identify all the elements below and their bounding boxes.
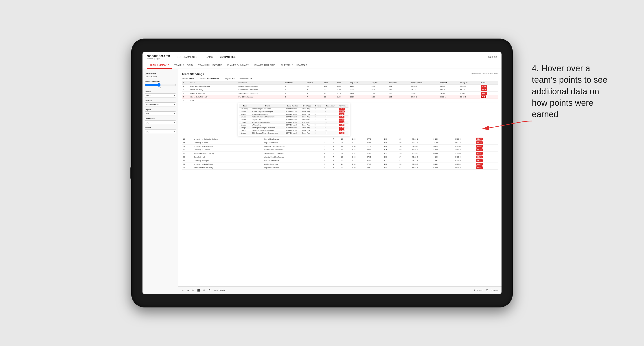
toolbar-copy[interactable]: ⊞ [203, 289, 205, 292]
tooltip-row: Florida I The Cypress Point Classic NCAA… [240, 121, 348, 124]
table-row[interactable]: 22 Mississippi State University Southeas… [182, 152, 498, 155]
tooltip-overlay-container: Team Event Event Division Event Type Rou… [182, 103, 498, 136]
cell-points[interactable]: 90.20 [480, 92, 498, 95]
sidebar: Committee Portal Review Minimum Rounds 5… [142, 69, 178, 294]
nav-committee[interactable]: COMMITTEE [220, 56, 236, 58]
points-badge[interactable]: 97.02 [481, 85, 487, 88]
cell-points[interactable]: 93.31 [480, 88, 498, 92]
tooltip-points-badge: 79.30 [339, 132, 345, 134]
table-row[interactable]: 21 University of Alabama Southeastern Co… [182, 148, 498, 152]
cell-points[interactable]: 79.5 [480, 95, 498, 99]
sidebar-section-region: Region N/A East West ▾ [145, 109, 176, 115]
nav-tournaments[interactable]: TOURNAMENTS [177, 56, 197, 58]
cell-adj-score: 272.0 [349, 84, 370, 88]
points-badge[interactable]: 88.49 [476, 145, 483, 148]
table-row[interactable]: 1 University of North Carolina Atlantic … [182, 84, 498, 88]
cell-vs25: 33-19-1 [439, 95, 459, 99]
cell-wins: 2.50 [336, 95, 349, 99]
points-badge[interactable]: 88.07 [476, 138, 483, 141]
sidebar-section-gender: Gender Men's Women's ▾ [145, 91, 176, 97]
points-badge[interactable]: 88.14 [476, 159, 483, 162]
cell-points[interactable]: 97.02 [480, 84, 498, 88]
watch-arrow: ▾ [482, 289, 483, 291]
school-select[interactable]: (All) [145, 129, 176, 133]
points-badge[interactable]: 88.94 [476, 166, 483, 169]
sidebar-title: Committee [145, 72, 176, 75]
conference-select[interactable]: (All) [145, 120, 176, 124]
nav-teams[interactable]: TEAMS [204, 56, 213, 58]
table-row[interactable]: 2 Auburn University Southeastern Confere… [182, 88, 498, 92]
table-row[interactable]: 19 University of Texas Big 12 Conference… [182, 141, 498, 145]
cell-rank: 5 [182, 99, 188, 102]
app-title: SCOREBOARD [147, 54, 170, 58]
toolbar-undo[interactable]: ↩ [182, 289, 184, 292]
subnav-player-summary[interactable]: PLAYER SUMMARY [224, 62, 252, 69]
cell-vs50: 55-4-0 [459, 88, 480, 92]
division-select[interactable]: NCAA Division I NCAA Division II NCAA Di… [145, 102, 176, 106]
cell-conf-rank: 2 [284, 92, 306, 95]
sub-nav: TEAM SUMMARY TEAM H2H GRID TEAM H2H HEAT… [142, 62, 502, 69]
toolbar-view-original[interactable]: View: Original [214, 289, 225, 291]
min-rounds-slider[interactable] [145, 83, 176, 86]
redo-icon: ↪ [187, 289, 189, 292]
table-row[interactable]: 5 Texas T... [182, 99, 498, 102]
toolbar-comment[interactable]: 💬 [486, 289, 488, 291]
col-rank: # [182, 81, 188, 84]
cell-rank: 2 [182, 88, 188, 92]
content-wrapper: Team Standings Update time: 13/03/2024 1… [178, 69, 502, 294]
cell-overall: 86-4-0 [410, 88, 439, 92]
table-row[interactable]: 18 University of California, Berkeley Pa… [182, 137, 498, 141]
subnav-player-h2h-heatmap[interactable]: PLAYER H2H HEATMAP [278, 62, 310, 69]
tooltip-points-badge: 56.44 [339, 124, 345, 126]
points-badge[interactable]: 88.70 [476, 141, 483, 144]
slider-container: 5 [145, 83, 176, 89]
table-row[interactable]: 26 The Ohio State University Big Ten Con… [182, 166, 498, 170]
toolbar-watch[interactable]: 👁 Watch ▾ [474, 289, 483, 291]
points-badge[interactable]: 88.48 [476, 148, 483, 151]
col-points: Points [480, 81, 498, 84]
points-badge[interactable]: 83.61 [476, 152, 483, 155]
toolbar-refresh[interactable]: ⟳ [192, 289, 194, 292]
tooltip-row: East Ter OFCC Fighting Illini Invitation… [240, 129, 348, 132]
subnav-player-h2h-grid[interactable]: PLAYER H2H GRID [252, 62, 278, 69]
points-badge[interactable]: 93.31 [481, 88, 487, 91]
table-row-highlighted[interactable]: 4 Arizona State University Pac-12 Confer… [182, 95, 498, 99]
points-badge[interactable]: 83.89 [476, 163, 483, 166]
points-badge[interactable]: 90.20 [481, 92, 487, 95]
toolbar-timer[interactable]: ⏱ [208, 289, 211, 292]
cell-bnds: 23 [323, 88, 336, 92]
table-row[interactable]: 3 Vanderbilt University Southeastern Con… [182, 92, 498, 95]
tooltip-col-rank-impact: Rank Impact [323, 104, 338, 108]
toolbar-save[interactable]: ⬛ [197, 289, 200, 292]
points-badge[interactable]: 88.71 [476, 156, 483, 159]
cell-no-tour: 10 [306, 84, 323, 88]
subnav-team-summary[interactable]: TEAM SUMMARY [147, 62, 172, 69]
col-adj-score: Adj. Score [349, 81, 370, 84]
col-no-tour: No Tour [306, 81, 323, 84]
subnav-team-h2h-heatmap[interactable]: TEAM H2H HEATMAP [196, 62, 224, 69]
table-row[interactable]: 20 University of New Mexico Mountain Wes… [182, 145, 498, 148]
table-row[interactable]: 25 University of North Florida ASUN Conf… [182, 163, 498, 166]
copy-icon: ⊞ [203, 289, 205, 292]
region-select[interactable]: N/A East West [145, 111, 176, 115]
points-badge-highlighted[interactable]: 79.5 [481, 95, 486, 98]
comment-icon: 💬 [486, 289, 488, 291]
subnav-team-h2h-grid[interactable]: TEAM H2H GRID [172, 62, 196, 69]
cell-no-tour: 9 [306, 88, 323, 92]
cell-bnds: 25 [323, 95, 336, 99]
toolbar-share[interactable]: ⊕ Share [491, 289, 498, 291]
points-tooltip: Team Event Event Division Event Type Rou… [238, 103, 350, 136]
cell-conf-rank: 1 [284, 95, 306, 99]
tooltip-points-badge: 43.05 [339, 129, 345, 131]
table-row[interactable]: 24 University of Oregon Pac-12 Conferenc… [182, 159, 498, 163]
cell-vs50: 65-5-0 [459, 92, 480, 95]
sign-out-link[interactable]: Sign out [488, 56, 497, 58]
cell-school: University of North Carolina [188, 84, 238, 88]
cell-conf-rank: 1 [284, 88, 306, 92]
filter-division: Division: NCAA Division I [199, 78, 220, 80]
cell-overall: 87-25-1 [410, 95, 439, 99]
toolbar-redo[interactable]: ↪ [187, 289, 189, 292]
table-row[interactable]: 23 Duke University Atlantic Coast Confer… [182, 155, 498, 159]
gender-select[interactable]: Men's Women's [145, 93, 176, 97]
cell-rank: 4 [182, 95, 188, 99]
